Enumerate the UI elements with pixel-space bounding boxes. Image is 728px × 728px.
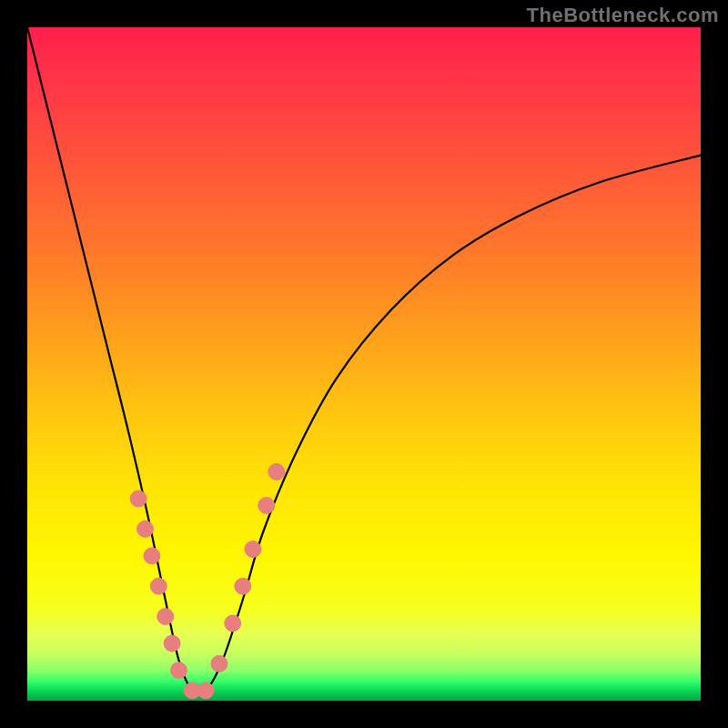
plot-area — [27, 27, 701, 701]
curve-marker — [235, 578, 251, 594]
curve-marker — [258, 497, 275, 513]
curve-marker — [130, 490, 147, 507]
bottleneck-curve — [27, 27, 701, 694]
curve-marker — [197, 682, 214, 699]
chart-stage: TheBottleneck.com — [0, 0, 728, 728]
curve-marker — [137, 521, 154, 537]
curve-marker — [245, 541, 261, 558]
curve-marker — [225, 615, 241, 632]
curve-marker — [211, 655, 228, 672]
curve-marker — [164, 635, 180, 652]
curve-marker — [144, 548, 160, 564]
curve-marker — [171, 662, 187, 679]
curve-marker — [150, 578, 167, 594]
curve-svg — [27, 27, 701, 701]
curve-marker — [157, 609, 174, 625]
marker-group — [130, 463, 285, 699]
watermark-text: TheBottleneck.com — [527, 4, 719, 27]
curve-marker — [268, 463, 285, 480]
